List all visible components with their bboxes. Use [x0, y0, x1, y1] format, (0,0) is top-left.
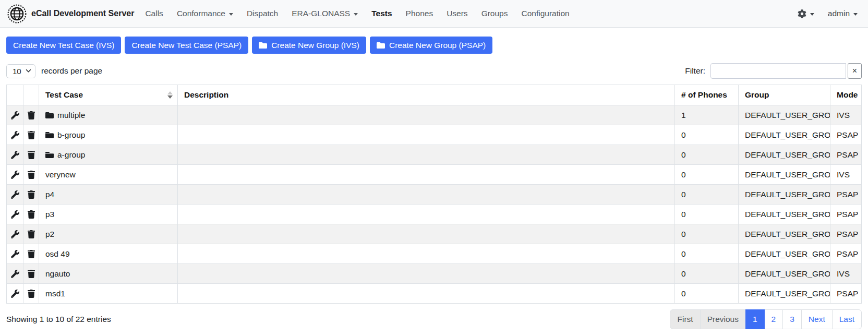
wrench-icon: [11, 270, 19, 278]
page-size-select[interactable]: 10: [6, 64, 35, 78]
table-row: msd10DEFAULT_USER_GROUPPSAP: [7, 284, 862, 304]
nav-item-label: Tests: [371, 9, 392, 18]
nav-item-dispatch[interactable]: Dispatch: [240, 5, 285, 22]
table-row: p40DEFAULT_USER_GROUPPSAP: [7, 185, 862, 205]
table-footer: Showing 1 to 10 of 22 entries FirstPrevi…: [6, 309, 862, 329]
edit-test-case-button[interactable]: [7, 205, 23, 224]
navbar-brand[interactable]: eCall Development Server: [7, 4, 134, 23]
test-case-name-cell: multiple: [39, 105, 178, 125]
tests-page: eCall Development Server CallsConformanc…: [0, 0, 868, 336]
nav-item-era-glonass[interactable]: ERA-GLONASS: [285, 5, 365, 22]
pagination-2[interactable]: 2: [764, 309, 783, 329]
column-header-test-case[interactable]: Test Case: [39, 85, 178, 105]
create-buttons-toolbar: Create New Test Case (IVS)Create New Tes…: [6, 37, 862, 54]
delete-test-case-button[interactable]: [23, 165, 39, 185]
delete-test-case-button[interactable]: [23, 224, 39, 244]
table-row: p20DEFAULT_USER_GROUPPSAP: [7, 224, 862, 244]
edit-test-case-button[interactable]: [7, 125, 23, 145]
wrench-icon: [11, 250, 19, 258]
delete-test-case-button[interactable]: [23, 125, 39, 145]
nav-item-groups[interactable]: Groups: [475, 5, 515, 22]
create-new-group-ivs-button[interactable]: Create New Group (IVS): [252, 37, 366, 54]
pagination-last[interactable]: Last: [832, 309, 862, 329]
column-header-group: Group: [739, 85, 830, 105]
mode-cell: PSAP: [830, 145, 862, 165]
delete-test-case-button[interactable]: [23, 145, 39, 165]
edit-test-case-button[interactable]: [7, 105, 23, 125]
table-row: p30DEFAULT_USER_GROUPPSAP: [7, 205, 862, 224]
wrench-icon: [11, 151, 19, 159]
nav-item-conformance[interactable]: Conformance: [170, 5, 240, 22]
folder-icon: [45, 131, 54, 139]
phones-count-cell: 0: [675, 125, 739, 145]
settings-menu[interactable]: [798, 9, 814, 18]
test-case-name-cell: p4: [39, 185, 178, 205]
create-new-group-psap-button[interactable]: Create New Group (PSAP): [370, 37, 492, 54]
phones-count-cell: 0: [675, 244, 739, 264]
nav-item-calls[interactable]: Calls: [138, 5, 170, 22]
table-row: b-group0DEFAULT_USER_GROUPPSAP: [7, 125, 862, 145]
phones-count-cell: 0: [675, 205, 739, 224]
edit-test-case-button[interactable]: [7, 224, 23, 244]
mode-cell: PSAP: [830, 185, 862, 205]
delete-test-case-button[interactable]: [23, 185, 39, 205]
phones-count-cell: 0: [675, 145, 739, 165]
filter-input[interactable]: [710, 63, 846, 79]
trash-icon: [27, 290, 35, 298]
phones-count-cell: 1: [675, 105, 739, 125]
pagination-3[interactable]: 3: [782, 309, 802, 329]
edit-test-case-button[interactable]: [7, 185, 23, 205]
test-cases-table: Test CaseDescription# of PhonesGroupMode…: [6, 85, 862, 304]
trash-icon: [27, 250, 35, 258]
nav-item-label: Groups: [481, 9, 508, 18]
edit-test-case-button[interactable]: [7, 264, 23, 284]
trash-icon: [27, 111, 35, 119]
test-case-name-cell: a-group: [39, 145, 178, 165]
column-header-label: Mode: [837, 90, 858, 99]
table-row: ngauto0DEFAULT_USER_GROUPIVS: [7, 264, 862, 284]
clear-filter-button[interactable]: ×: [848, 63, 862, 79]
test-case-name-cell: p2: [39, 224, 178, 244]
nav-item-users[interactable]: Users: [440, 5, 474, 22]
delete-test-case-button[interactable]: [23, 244, 39, 264]
table-row: a-group0DEFAULT_USER_GROUPPSAP: [7, 145, 862, 165]
delete-test-case-button[interactable]: [23, 105, 39, 125]
button-label: Create New Group (PSAP): [389, 41, 486, 50]
edit-test-case-button[interactable]: [7, 165, 23, 185]
group-cell: DEFAULT_USER_GROUP: [739, 224, 830, 244]
description-cell: [178, 165, 675, 185]
top-navbar: eCall Development Server CallsConformanc…: [0, 0, 868, 28]
nav-item-label: Configuration: [521, 9, 569, 18]
create-new-test-case-ivs-button[interactable]: Create New Test Case (IVS): [6, 37, 121, 54]
phones-count-cell: 0: [675, 165, 739, 185]
delete-test-case-button[interactable]: [23, 205, 39, 224]
description-cell: [178, 125, 675, 145]
button-label: Create New Test Case (PSAP): [131, 41, 242, 50]
create-new-test-case-psap-button[interactable]: Create New Test Case (PSAP): [125, 37, 248, 54]
edit-test-case-button[interactable]: [7, 244, 23, 264]
user-menu[interactable]: admin: [828, 9, 858, 18]
button-label: Create New Group (IVS): [271, 41, 359, 50]
test-case-name: a-group: [57, 150, 85, 160]
edit-test-case-button[interactable]: [7, 284, 23, 304]
delete-test-case-button[interactable]: [23, 284, 39, 304]
column-header-of-phones: # of Phones: [675, 85, 739, 105]
group-cell: DEFAULT_USER_GROUP: [739, 205, 830, 224]
edit-test-case-button[interactable]: [7, 145, 23, 165]
nav-item-tests[interactable]: Tests: [365, 5, 399, 22]
chevron-down-icon: [853, 13, 858, 16]
nav-item-phones[interactable]: Phones: [399, 5, 440, 22]
table-controls: 10 records per page Filter: ×: [6, 63, 862, 79]
trash-icon: [27, 210, 35, 219]
column-header-mode: Mode: [830, 85, 862, 105]
pagination-1[interactable]: 1: [745, 309, 765, 329]
pagination-first: First: [670, 309, 700, 329]
mode-cell: IVS: [830, 165, 862, 185]
trash-icon: [27, 270, 35, 278]
delete-test-case-button[interactable]: [23, 264, 39, 284]
group-cell: DEFAULT_USER_GROUP: [739, 264, 830, 284]
pagination-next[interactable]: Next: [801, 309, 833, 329]
nav-item-configuration[interactable]: Configuration: [514, 5, 576, 22]
phones-count-cell: 0: [675, 284, 739, 304]
table-header-row: Test CaseDescription# of PhonesGroupMode: [7, 85, 862, 105]
